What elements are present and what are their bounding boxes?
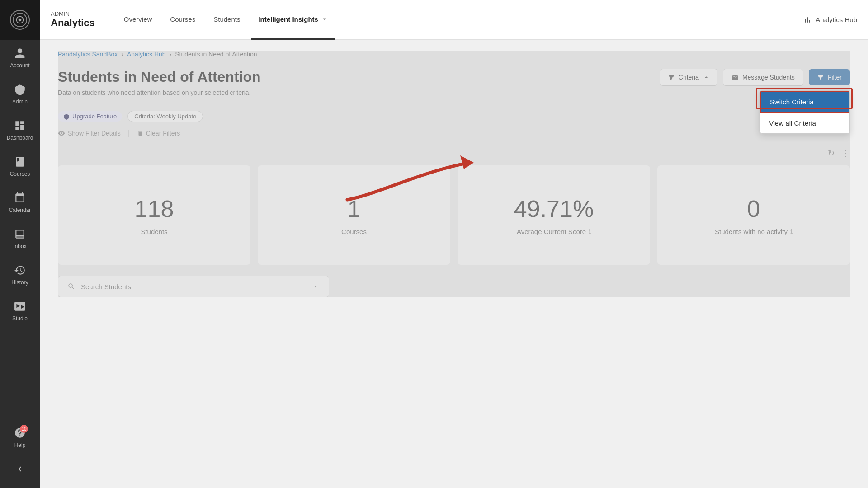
app-analytics-label: Analytics [51,17,95,29]
sidebar-item-studio[interactable]: Studio [0,293,40,329]
breadcrumb-chevron-1: › [121,51,123,58]
sidebar-item-history[interactable]: History [0,257,40,293]
stat-card-courses: 1 Courses [258,165,450,265]
criteria-button[interactable]: Criteria [660,69,717,86]
switch-criteria-option[interactable]: Switch Criteria [760,91,849,113]
sidebar-logo [0,0,40,40]
breadcrumb-hub[interactable]: Analytics Hub [127,51,166,58]
nav-links: Overview Courses Students Intelligent In… [117,0,788,40]
sidebar-item-account[interactable]: Account [0,40,40,76]
sidebar: Account Admin Dashboard Courses Calendar… [0,0,40,488]
breadcrumb: Pandalytics SandBox › Analytics Hub › St… [58,51,850,58]
more-options-icon[interactable]: ⋮ [842,148,850,158]
admin-icon [14,83,26,96]
filter-button[interactable]: Filter [809,69,850,85]
sidebar-admin-label: Admin [12,99,28,105]
refresh-icon[interactable]: ↻ [828,148,835,158]
sidebar-help-label: Help [14,442,26,448]
criteria-dropdown: Switch Criteria View all Criteria [760,90,850,134]
app-title: ADMIN Analytics [51,10,95,29]
sidebar-item-inbox[interactable]: Inbox [0,221,40,257]
avg-score-info-icon[interactable]: ℹ [589,228,591,235]
stat-card-students: 118 Students [58,165,250,265]
filter-row: Show Filter Details | Clear Filters [58,129,850,137]
breadcrumb-sandbox[interactable]: Pandalytics SandBox [58,51,118,58]
stat-card-avg-score: 49.71% Average Current Score ℹ [458,165,650,265]
calendar-icon [14,192,26,204]
sidebar-account-label: Account [10,62,29,69]
show-filter-details-button[interactable]: Show Filter Details [58,130,121,137]
header-actions: Criteria Switch Criteria View all Criter… [660,69,850,86]
content-wrapper: Pandalytics SandBox › Analytics Hub › St… [58,51,850,297]
nav-intelligent-insights[interactable]: Intelligent Insights [251,0,335,40]
tags-row: Upgrade Feature Criteria: Weekly Update [58,111,850,122]
stat-value-courses: 1 [348,195,361,222]
sidebar-calendar-label: Calendar [9,207,31,213]
criteria-tag: Criteria: Weekly Update [127,111,203,122]
app-admin-label: ADMIN [51,10,95,17]
sidebar-item-dashboard[interactable]: Dashboard [0,112,40,148]
app-logo [10,10,30,30]
nav-courses[interactable]: Courses [163,0,203,40]
sidebar-item-admin[interactable]: Admin [0,76,40,112]
stat-label-no-activity: Students with no activity ℹ [715,228,793,235]
sidebar-item-courses[interactable]: Courses [0,148,40,184]
page-header: Students in Need of Attention Data on st… [58,69,850,103]
nav-right: Analytics Hub [803,15,857,24]
page-title-section: Students in Need of Attention Data on st… [58,69,660,103]
message-students-button[interactable]: Message Students [723,69,803,86]
search-bar [58,276,329,297]
help-badge-count: 10 [20,425,28,433]
svg-point-0 [19,19,22,22]
studio-icon [14,300,26,313]
sidebar-dashboard-label: Dashboard [7,135,33,141]
inbox-icon [14,228,26,240]
history-icon [14,264,26,277]
stat-value-avg-score: 49.71% [514,195,594,222]
stat-label-avg-score: Average Current Score ℹ [517,228,591,235]
search-input[interactable] [81,283,306,291]
search-dropdown-icon[interactable] [311,282,320,291]
stat-value-no-activity: 0 [747,195,760,222]
top-nav: ADMIN Analytics Overview Courses Student… [40,0,868,40]
sidebar-collapse-button[interactable] [0,455,40,483]
action-icons-row: ↻ ⋮ [58,148,850,158]
dashboard-icon [14,119,26,132]
sidebar-studio-label: Studio [12,315,28,322]
breadcrumb-current: Students in Need of Attention [175,51,257,58]
sidebar-bottom: 10 Help [0,419,40,488]
search-icon [67,282,75,291]
sidebar-item-calendar[interactable]: Calendar [0,184,40,221]
sidebar-item-help[interactable]: 10 Help [0,419,40,455]
content-area: Pandalytics SandBox › Analytics Hub › St… [40,40,868,488]
sidebar-inbox-label: Inbox [13,243,26,249]
page-title: Students in Need of Attention [58,69,660,85]
view-all-criteria-option[interactable]: View all Criteria [760,113,849,133]
no-activity-info-icon[interactable]: ℹ [790,228,793,235]
sidebar-history-label: History [11,279,28,286]
stat-value-students: 118 [135,195,174,222]
nav-overview[interactable]: Overview [117,0,160,40]
analytics-hub-button[interactable]: Analytics Hub [803,15,857,24]
page-subtitle: Data on students who need attention base… [58,89,660,96]
stat-label-courses: Courses [341,228,367,235]
upgrade-feature-tag[interactable]: Upgrade Feature [58,111,122,122]
courses-icon [14,155,26,168]
stats-grid: 118 Students 1 Courses 49.71% Average Cu… [58,165,850,265]
nav-students[interactable]: Students [206,0,247,40]
sidebar-courses-label: Courses [10,171,30,177]
stat-label-students: Students [141,228,167,235]
filter-divider: | [128,129,130,137]
clear-filters-button[interactable]: Clear Filters [137,130,180,137]
help-icon: 10 [14,427,26,439]
account-icon [14,47,26,60]
search-row [58,276,850,297]
stat-card-no-activity: 0 Students with no activity ℹ [657,165,850,265]
breadcrumb-chevron-2: › [170,51,172,58]
main-area: ADMIN Analytics Overview Courses Student… [40,0,868,488]
